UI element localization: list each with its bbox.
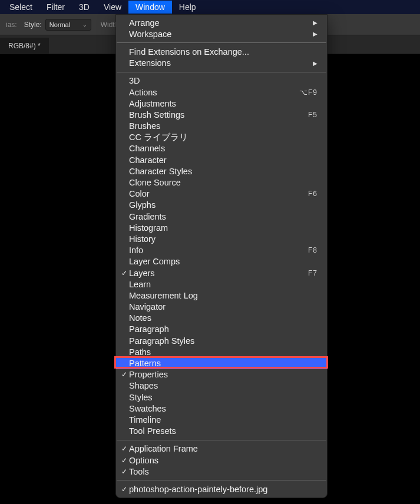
menu-separator [117, 480, 326, 480]
menu-item-application-frame[interactable]: ✓Application Frame [116, 443, 327, 455]
menu-item-adjustments[interactable]: Adjustments [116, 98, 327, 109]
menu-item-swatches[interactable]: Swatches [116, 403, 327, 414]
menu-item-label: Find Extensions on Exchange... [129, 47, 318, 57]
menu-item-label: Properties [129, 370, 318, 379]
menu-item-label: Extensions [129, 58, 313, 68]
right-panel-area [338, 54, 420, 504]
menu-item-label: Paragraph [129, 324, 318, 334]
menu-shortcut: F7 [308, 269, 318, 277]
options-style-label: Style: [21, 21, 45, 29]
menu-item-label: Histogram [129, 223, 318, 233]
menu-item-label: Swatches [129, 404, 318, 413]
menu-separator [117, 42, 326, 43]
menu-item-cc[interactable]: CC ライブラリ [116, 132, 327, 143]
menu-item-paragraph-styles[interactable]: Paragraph Styles [116, 335, 327, 346]
menu-item-label: Application Frame [129, 444, 318, 453]
menu-item-measurement-log[interactable]: Measurement Log [116, 290, 327, 301]
menu-select[interactable]: Select [2, 1, 39, 14]
menu-window[interactable]: Window [128, 1, 172, 14]
menu-item-properties[interactable]: ✓Properties [116, 369, 327, 380]
checkmark-icon: ✓ [120, 467, 129, 476]
menu-item-color[interactable]: ColorF6 [116, 188, 327, 200]
menu-item-learn[interactable]: Learn [116, 278, 327, 290]
menu-item-3d[interactable]: 3D [116, 75, 327, 87]
menu-item-workspace[interactable]: Workspace▶ [116, 28, 327, 39]
menu-item-label: Arrange [129, 18, 313, 28]
menu-item-find-extensions-on-exchange[interactable]: Find Extensions on Exchange... [116, 46, 327, 57]
menu-item-label: Paths [129, 347, 318, 357]
menu-item-layers[interactable]: ✓LayersF7 [116, 267, 327, 278]
menu-3d[interactable]: 3D [72, 1, 97, 14]
style-select-value: Normal [49, 21, 70, 28]
menu-item-extensions[interactable]: Extensions▶ [116, 58, 327, 69]
menu-item-brushes[interactable]: Brushes [116, 121, 327, 132]
menu-item-label: Brush Settings [129, 110, 308, 120]
menu-item-label: Color [129, 189, 308, 198]
menu-item-histogram[interactable]: Histogram [116, 222, 327, 233]
menu-item-clone-source[interactable]: Clone Source [116, 177, 327, 188]
menu-shortcut: F8 [308, 246, 318, 254]
menu-item-timeline[interactable]: Timeline [116, 414, 327, 425]
menubar: Select Filter 3D View Window Help [0, 0, 420, 14]
menu-item-character-styles[interactable]: Character Styles [116, 165, 327, 177]
menu-item-shapes[interactable]: Shapes [116, 380, 327, 392]
menu-item-label: Clone Source [129, 178, 318, 187]
menu-item-layer-comps[interactable]: Layer Comps [116, 256, 327, 267]
menu-item-tool-presets[interactable]: Tool Presets [116, 426, 327, 437]
menu-item-label: Info [129, 246, 308, 255]
menu-item-brush-settings[interactable]: Brush SettingsF5 [116, 109, 327, 120]
menu-view[interactable]: View [97, 1, 128, 14]
menu-item-label: CC ライブラリ [129, 132, 318, 143]
menu-item-label: Character [129, 155, 318, 165]
menu-item-paths[interactable]: Paths [116, 346, 327, 357]
checkmark-icon: ✓ [120, 445, 129, 453]
submenu-arrow-icon: ▶ [313, 19, 318, 26]
menu-item-label: Actions [129, 88, 299, 97]
menu-item-history[interactable]: History [116, 233, 327, 244]
menu-item-paragraph[interactable]: Paragraph [116, 324, 327, 335]
menu-item-glyphs[interactable]: Glyphs [116, 200, 327, 211]
submenu-arrow-icon: ▶ [313, 60, 318, 67]
menu-shortcut: F5 [308, 111, 318, 119]
menu-item-label: photoshop-action-paintely-before.jpg [129, 485, 318, 494]
style-select[interactable]: Normal ⌄ [45, 19, 91, 31]
menu-item-styles[interactable]: Styles [116, 392, 327, 403]
menu-item-label: Adjustments [129, 99, 318, 108]
menu-item-label: Timeline [129, 415, 318, 425]
menu-item-label: Brushes [129, 121, 318, 131]
menu-shortcut: ⌥F9 [299, 88, 318, 97]
menu-item-label: Tool Presets [129, 426, 318, 436]
menu-item-label: Learn [129, 280, 318, 289]
menu-item-navigator[interactable]: Navigator [116, 301, 327, 313]
menu-help[interactable]: Help [172, 1, 203, 14]
menu-item-label: 3D [129, 76, 318, 85]
menu-item-label: Paragraph Styles [129, 336, 318, 346]
menu-item-label: Channels [129, 144, 318, 153]
menu-filter[interactable]: Filter [39, 1, 72, 14]
menu-item-label: Options [129, 456, 318, 465]
menu-item-patterns[interactable]: Patterns [116, 357, 327, 369]
menu-item-info[interactable]: InfoF8 [116, 245, 327, 256]
menu-item-tools[interactable]: ✓Tools [116, 466, 327, 477]
menu-item-arrange[interactable]: Arrange▶ [116, 17, 327, 28]
menu-item-photoshop-action-paintely-before-jpg[interactable]: ✓photoshop-action-paintely-before.jpg [116, 483, 327, 495]
menu-item-label: Notes [129, 313, 318, 323]
menu-item-gradients[interactable]: Gradients [116, 211, 327, 222]
menu-item-label: History [129, 234, 318, 244]
checkmark-icon: ✓ [120, 456, 129, 465]
submenu-arrow-icon: ▶ [313, 31, 318, 37]
menu-separator [117, 72, 326, 72]
document-tab[interactable]: RGB/8#) * [0, 38, 49, 54]
options-ias-label: ias: [2, 21, 21, 29]
menu-item-label: Glyphs [129, 200, 318, 210]
chevron-down-icon: ⌄ [82, 22, 87, 28]
menu-item-options[interactable]: ✓Options [116, 455, 327, 466]
menu-item-channels[interactable]: Channels [116, 143, 327, 154]
window-menu-dropdown: Arrange▶Workspace▶Find Extensions on Exc… [115, 14, 328, 498]
menu-item-label: Navigator [129, 302, 318, 311]
checkmark-icon: ✓ [120, 370, 129, 379]
menu-item-character[interactable]: Character [116, 154, 327, 165]
menu-item-notes[interactable]: Notes [116, 313, 327, 324]
checkmark-icon: ✓ [120, 485, 129, 493]
menu-item-actions[interactable]: Actions⌥F9 [116, 87, 327, 98]
